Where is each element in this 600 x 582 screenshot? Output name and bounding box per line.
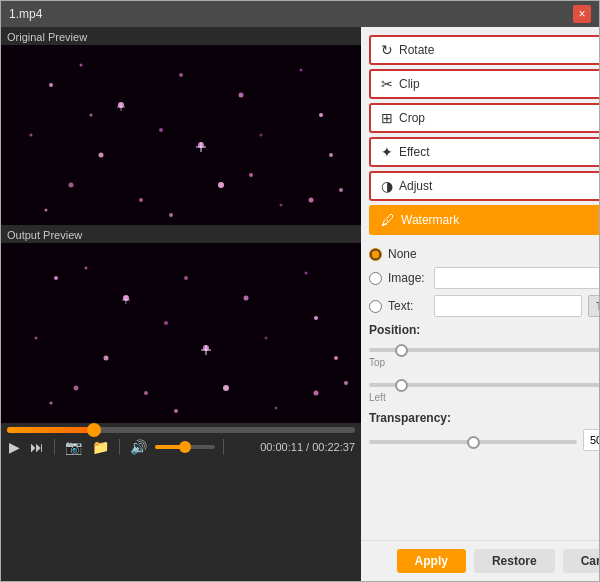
watermark-text-radio[interactable] — [369, 300, 382, 313]
left-panel: Original Preview — [1, 27, 361, 581]
svg-point-32 — [184, 276, 188, 280]
watermark-image-input[interactable] — [434, 267, 599, 289]
watermark-none-label: None — [388, 247, 428, 261]
transparency-label: Transparency: — [369, 411, 599, 425]
screenshot-button[interactable]: 📷 — [63, 439, 84, 455]
svg-point-20 — [169, 213, 173, 217]
output-preview — [1, 243, 361, 423]
svg-point-22 — [90, 114, 93, 117]
transparency-slider-wrap — [369, 433, 577, 447]
top-bottom-slider[interactable] — [369, 348, 599, 352]
play-button[interactable]: ▶ — [7, 439, 22, 455]
main-content: Original Preview — [1, 27, 599, 581]
lr-slider-labels: Left Right — [369, 392, 599, 403]
effect-label: Effect — [399, 145, 429, 159]
svg-point-4 — [179, 73, 183, 77]
watermark-text-input[interactable] — [434, 295, 582, 317]
right-panel: ↻ Rotate ✂ Clip ⊞ Crop ✦ Effect ◑ Adju — [361, 27, 599, 581]
svg-point-44 — [223, 385, 229, 391]
watermark-icon: 🖊 — [381, 212, 395, 228]
output-video-frame — [1, 243, 361, 423]
effect-button[interactable]: ✦ Effect — [369, 137, 599, 167]
watermark-label: Watermark — [401, 213, 459, 227]
folder-button[interactable]: 📁 — [90, 439, 111, 455]
controls-area: ▶ ⏭ 📷 📁 🔊 00:00:11 / 00:22:37 — [1, 423, 361, 459]
svg-point-29 — [54, 276, 58, 280]
svg-point-36 — [35, 337, 38, 340]
watermark-image-label: Image: — [388, 271, 428, 285]
svg-point-9 — [99, 153, 104, 158]
watermark-text-row: Text: T ▩ — [369, 295, 599, 317]
transparency-select[interactable]: 50% — [583, 429, 599, 451]
clip-label: Clip — [399, 77, 420, 91]
original-video-frame — [1, 45, 361, 225]
svg-point-13 — [329, 153, 333, 157]
time-display: 00:00:11 / 00:22:37 — [260, 441, 355, 453]
title-bar: 1.mp4 × — [1, 1, 599, 27]
svg-point-2 — [80, 64, 83, 67]
volume-slider[interactable] — [155, 445, 215, 449]
svg-point-34 — [305, 272, 308, 275]
window-title: 1.mp4 — [9, 7, 42, 21]
bottom-bar: Apply Restore Cancel — [361, 540, 599, 581]
svg-point-12 — [260, 134, 263, 137]
svg-point-37 — [104, 356, 109, 361]
svg-point-48 — [174, 409, 178, 413]
rotate-label: Rotate — [399, 43, 434, 57]
position-label: Position: — [369, 323, 599, 337]
svg-point-10 — [159, 128, 163, 132]
effect-icon: ✦ — [381, 144, 393, 160]
svg-point-16 — [218, 182, 224, 188]
crop-button[interactable]: ⊞ Crop — [369, 103, 599, 133]
watermark-text-style-button[interactable]: T — [588, 295, 599, 317]
svg-point-46 — [344, 381, 348, 385]
progress-bar-container[interactable] — [7, 427, 355, 433]
watermark-button[interactable]: 🖊 Watermark — [369, 205, 599, 235]
fast-forward-button[interactable]: ⏭ — [28, 439, 46, 455]
svg-point-43 — [144, 391, 148, 395]
tool-buttons: ↻ Rotate ✂ Clip ⊞ Crop ✦ Effect ◑ Adju — [361, 27, 599, 239]
watermark-none-row: None — [369, 247, 599, 261]
restore-button[interactable]: Restore — [474, 549, 555, 573]
svg-point-18 — [339, 188, 343, 192]
volume-thumb — [179, 441, 191, 453]
controls-row: ▶ ⏭ 📷 📁 🔊 00:00:11 / 00:22:37 — [7, 439, 355, 455]
svg-point-23 — [249, 173, 253, 177]
clip-button[interactable]: ✂ Clip — [369, 69, 599, 99]
svg-point-33 — [244, 296, 249, 301]
svg-point-7 — [319, 113, 323, 117]
svg-point-40 — [265, 337, 268, 340]
watermark-panel: None Image: … Text: T ▩ P — [361, 239, 599, 540]
svg-point-30 — [85, 267, 88, 270]
watermark-image-row: Image: … — [369, 267, 599, 289]
svg-point-6 — [300, 69, 303, 72]
divider-3 — [223, 439, 224, 455]
svg-point-45 — [275, 407, 278, 410]
main-window: 1.mp4 × Original Preview — [0, 0, 600, 582]
adjust-button[interactable]: ◑ Adjust — [369, 171, 599, 201]
watermark-image-radio[interactable] — [369, 272, 382, 285]
svg-point-1 — [49, 83, 53, 87]
original-preview-label: Original Preview — [1, 27, 361, 45]
crop-icon: ⊞ — [381, 110, 393, 126]
left-right-slider[interactable] — [369, 383, 599, 387]
output-preview-label: Output Preview — [1, 225, 361, 243]
divider-2 — [119, 439, 120, 455]
adjust-label: Adjust — [399, 179, 432, 193]
top-label: Top — [369, 357, 385, 368]
svg-point-42 — [74, 386, 79, 391]
apply-button[interactable]: Apply — [397, 549, 466, 573]
transparency-slider[interactable] — [369, 440, 577, 444]
crop-label: Crop — [399, 111, 425, 125]
rotate-button[interactable]: ↻ Rotate — [369, 35, 599, 65]
svg-point-49 — [314, 391, 319, 396]
cancel-button[interactable]: Cancel — [563, 549, 599, 573]
svg-rect-0 — [1, 45, 361, 225]
tb-slider-labels: Top Bottom — [369, 357, 599, 368]
divider-1 — [54, 439, 55, 455]
svg-point-14 — [69, 183, 74, 188]
close-button[interactable]: × — [573, 5, 591, 23]
watermark-none-radio[interactable] — [369, 248, 382, 261]
volume-button[interactable]: 🔊 — [128, 439, 149, 455]
original-preview — [1, 45, 361, 225]
